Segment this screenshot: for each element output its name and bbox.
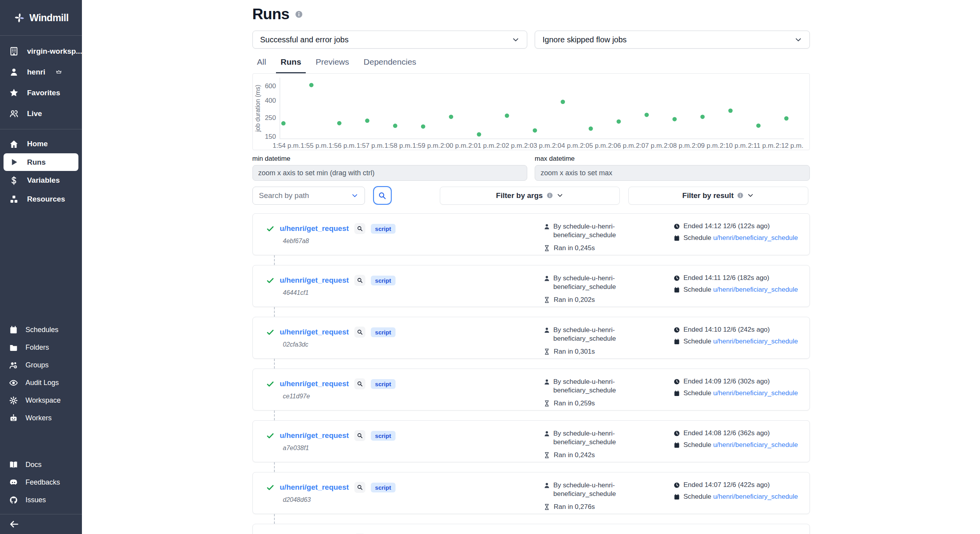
- run-triggered-by: By schedule-u-henri-beneficiary_schedule: [554, 326, 634, 343]
- run-inspect-button[interactable]: [354, 378, 365, 389]
- run-path-link[interactable]: u/henri/get_request: [280, 380, 349, 388]
- tab-all[interactable]: All: [252, 57, 271, 73]
- info-icon[interactable]: [295, 10, 303, 18]
- filter-by-args-button[interactable]: Filter by args: [440, 187, 620, 205]
- job-status-select[interactable]: Successful and error jobs: [252, 31, 528, 49]
- sidebar-item-user[interactable]: henri: [0, 62, 82, 82]
- sidebar-item-audit-logs[interactable]: Audit Logs: [0, 374, 82, 392]
- search-button[interactable]: [373, 186, 392, 205]
- chart-dot[interactable]: [672, 117, 677, 121]
- chart-dot[interactable]: [393, 124, 397, 128]
- tab-dependencies[interactable]: Dependencies: [359, 57, 421, 73]
- group-icon: [9, 361, 18, 370]
- sidebar-item-runs[interactable]: Runs: [4, 153, 78, 171]
- sidebar-item-docs[interactable]: Docs: [0, 456, 82, 474]
- sidebar-item-feedbacks[interactable]: Feedbacks: [0, 474, 82, 491]
- chart-dot[interactable]: [756, 124, 760, 128]
- sidebar-menu-section: Home Runs Variables Resources: [0, 129, 82, 214]
- cubes-icon: [9, 194, 19, 204]
- min-datetime-input[interactable]: [252, 165, 528, 181]
- chart-dot[interactable]: [281, 121, 285, 125]
- sidebar-item-resources[interactable]: Resources: [0, 190, 82, 209]
- chart-xtick: 1:58 p.m.: [384, 142, 412, 149]
- search-icon: [357, 432, 363, 439]
- crown-icon: [56, 69, 62, 75]
- windmill-logo[interactable]: Windmill: [0, 0, 82, 36]
- max-datetime-input[interactable]: [535, 165, 810, 181]
- folder-icon: [9, 343, 18, 352]
- sidebar-item-variables[interactable]: Variables: [0, 171, 82, 190]
- chart-dot[interactable]: [728, 109, 732, 113]
- max-datetime-label: max datetime: [535, 155, 810, 163]
- chart-dot[interactable]: [337, 121, 341, 125]
- run-card[interactable]: u/henri/get_request script By schedule-u…: [252, 524, 810, 534]
- user-icon: [543, 223, 550, 230]
- page-title: Runs: [252, 5, 289, 23]
- run-inspect-button[interactable]: [354, 430, 365, 441]
- run-inspect-button[interactable]: [354, 327, 365, 338]
- chart-dot[interactable]: [505, 114, 509, 118]
- chart-dot[interactable]: [700, 114, 704, 119]
- chart-axes: [280, 78, 804, 139]
- sidebar-item-workspace[interactable]: virgin-worksp...: [0, 41, 82, 62]
- run-path-link[interactable]: u/henri/get_request: [280, 276, 349, 285]
- search-by-path-select[interactable]: Search by path: [252, 187, 365, 205]
- chart-dot[interactable]: [477, 132, 481, 136]
- sidebar-item-favorites[interactable]: Favorites: [0, 82, 82, 103]
- sidebar-item-folders[interactable]: Folders: [0, 339, 82, 356]
- sidebar-item-schedules[interactable]: Schedules: [0, 321, 82, 339]
- job-duration-chart[interactable]: job duration (ms)6004002501501:54 p.m.1:…: [252, 73, 810, 150]
- skipped-jobs-select[interactable]: Ignore skipped flow jobs: [535, 31, 810, 49]
- chart-dot[interactable]: [309, 83, 313, 87]
- chart-dot[interactable]: [561, 100, 565, 104]
- chart-dot[interactable]: [588, 127, 593, 131]
- run-schedule-link[interactable]: u/henri/beneficiary_schedule: [713, 286, 798, 293]
- success-check-icon: [266, 432, 274, 440]
- sidebar-item-workers[interactable]: Workers: [0, 409, 82, 427]
- run-card[interactable]: u/henri/get_request script ce11d97e By s…: [252, 369, 810, 410]
- dollar-icon: [9, 176, 19, 185]
- run-schedule-link[interactable]: u/henri/beneficiary_schedule: [713, 338, 798, 345]
- run-card[interactable]: u/henri/get_request script 46441cf1 By s…: [252, 265, 810, 307]
- run-path-link[interactable]: u/henri/get_request: [280, 224, 349, 233]
- chart-dot[interactable]: [365, 118, 369, 123]
- tab-previews[interactable]: Previews: [311, 57, 354, 73]
- resources-label: Resources: [27, 195, 65, 203]
- run-path-link[interactable]: u/henri/get_request: [280, 483, 349, 492]
- sidebar-item-workspace-settings[interactable]: Workspace: [0, 392, 82, 409]
- chart-dot[interactable]: [784, 116, 788, 120]
- run-schedule-label: Schedule: [684, 389, 713, 397]
- runs-label: Runs: [27, 158, 46, 167]
- sidebar-item-issues[interactable]: Issues: [0, 491, 82, 509]
- sidebar-item-home[interactable]: Home: [0, 134, 82, 153]
- run-schedule-link[interactable]: u/henri/beneficiary_schedule: [713, 493, 798, 500]
- chart-dot[interactable]: [449, 114, 453, 119]
- run-path-link[interactable]: u/henri/get_request: [280, 431, 349, 440]
- run-card[interactable]: u/henri/get_request script a7e038f1 By s…: [252, 420, 810, 462]
- run-card[interactable]: u/henri/get_request script 4ebf67a8 By s…: [252, 213, 810, 255]
- sidebar-collapse-button[interactable]: [0, 514, 82, 534]
- chart-dot[interactable]: [533, 128, 537, 133]
- run-schedule-link[interactable]: u/henri/beneficiary_schedule: [713, 234, 798, 242]
- run-inspect-button[interactable]: [354, 482, 365, 493]
- chart-dot[interactable]: [421, 124, 425, 129]
- run-card[interactable]: u/henri/get_request script d2048d63 By s…: [252, 472, 810, 514]
- github-icon: [9, 496, 18, 505]
- run-schedule-link[interactable]: u/henri/beneficiary_schedule: [713, 389, 798, 397]
- sidebar-item-groups[interactable]: Groups: [0, 356, 82, 374]
- run-schedule-link[interactable]: u/henri/beneficiary_schedule: [713, 441, 798, 449]
- tab-runs[interactable]: Runs: [276, 57, 306, 73]
- filter-by-result-button[interactable]: Filter by result: [628, 187, 808, 205]
- run-duration: Ran in 0,259s: [554, 400, 595, 407]
- clock-icon: [673, 327, 680, 333]
- run-inspect-button[interactable]: [354, 223, 365, 234]
- chart-dot[interactable]: [644, 113, 649, 117]
- run-card[interactable]: u/henri/get_request script 02cfa3dc By s…: [252, 317, 810, 359]
- run-inspect-button[interactable]: [354, 275, 365, 286]
- hourglass-icon: [543, 348, 550, 355]
- run-path-link[interactable]: u/henri/get_request: [280, 328, 349, 336]
- runs-list: u/henri/get_request script 4ebf67a8 By s…: [252, 213, 810, 534]
- sidebar-item-live[interactable]: Live: [0, 103, 82, 124]
- chart-dot[interactable]: [616, 119, 621, 124]
- search-icon: [378, 191, 387, 200]
